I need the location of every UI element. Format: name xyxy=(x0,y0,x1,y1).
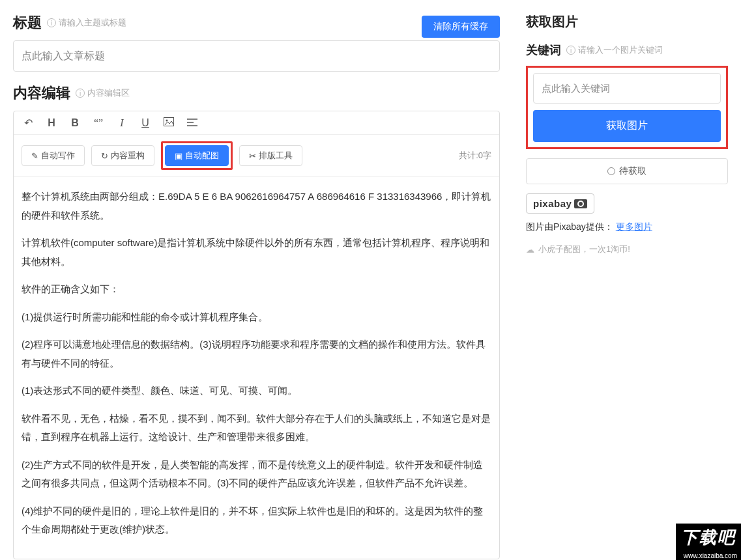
pending-button[interactable]: 待获取 xyxy=(526,158,728,184)
highlight-frame: ▣ 自动配图 xyxy=(161,141,233,170)
keyword-label: 关键词 xyxy=(526,42,561,58)
promo-text: ☁ 小虎子配图，一次1淘币! xyxy=(526,244,728,255)
paragraph: 软件看不见，无色，枯燥，看不见，摸不到，闻不到。软件大部分存在于人们的头脑或纸上… xyxy=(22,410,491,447)
italic-icon[interactable]: I xyxy=(115,117,128,129)
image-credit: 图片由Pixabay提供： 更多图片 xyxy=(526,221,728,233)
article-title-input[interactable] xyxy=(13,40,500,72)
info-icon: i xyxy=(47,18,56,27)
title-header: 标题 i 请输入主题或标题 清除所有缓存 xyxy=(13,13,500,40)
paragraph: (1)表达形式不同的硬件类型、颜色、味道、可见、可摸、可闻。 xyxy=(22,382,491,400)
content-editor[interactable]: 整个计算机系统由两部分组成：E.69DA 5 E 6 BA 9062616964… xyxy=(14,177,499,559)
info-icon: i xyxy=(76,89,85,98)
picture-icon: ▣ xyxy=(175,151,182,161)
paragraph: 软件的正确含义如下： xyxy=(22,280,491,299)
content-hint: i 内容编辑区 xyxy=(76,87,130,99)
align-icon[interactable] xyxy=(186,117,199,129)
paragraph: (1)提供运行时所需功能和性能的命令或计算机程序集合。 xyxy=(22,308,491,327)
circle-icon xyxy=(607,167,615,175)
undo-icon[interactable]: ↶ xyxy=(22,117,35,129)
keyword-input[interactable] xyxy=(533,73,721,104)
camera-icon xyxy=(574,199,587,208)
action-toolbar: ✎ 自动写作 ↻ 内容重构 ▣ 自动配图 ✂ 排版工具 共计:0字 xyxy=(14,135,499,177)
fetch-image-button[interactable]: 获取图片 xyxy=(533,110,721,142)
auto-write-button[interactable]: ✎ 自动写作 xyxy=(22,145,85,166)
bold-icon[interactable]: B xyxy=(68,117,81,129)
pixabay-logo-text: pixabay xyxy=(533,198,572,209)
fetch-image-title: 获取图片 xyxy=(526,13,578,31)
pixabay-badge: pixabay xyxy=(526,193,594,214)
format-toolbar: ↶ H B “” I U xyxy=(14,111,499,135)
watermark: 下载吧 www.xiazaiba.com xyxy=(676,524,741,560)
refresh-icon: ↻ xyxy=(101,151,108,161)
paragraph: 计算机软件(computer software)是指计算机系统中除硬件以外的所有… xyxy=(22,234,491,271)
svg-point-1 xyxy=(166,119,168,121)
heading-icon[interactable]: H xyxy=(45,117,58,129)
paragraph: (2)程序可以满意地处理信息的数据结构。(3)说明程序功能要求和程序需要的文档的… xyxy=(22,335,491,372)
watermark-text: 下载吧 xyxy=(676,524,741,552)
title-hint: i 请输入主题或标题 xyxy=(47,17,126,29)
layout-tool-button[interactable]: ✂ 排版工具 xyxy=(239,145,302,166)
image-icon[interactable] xyxy=(162,117,175,129)
editor-container: ↶ H B “” I U ✎ 自动写作 ↻ xyxy=(13,111,500,559)
more-images-link[interactable]: 更多图片 xyxy=(616,221,652,232)
paragraph: (2)生产方式不同的软件是开发，是人类智能的高发挥，而不是传统意义上的硬件制造。… xyxy=(22,456,491,493)
word-count: 共计:0字 xyxy=(459,150,491,161)
cloud-icon: ☁ xyxy=(526,245,534,255)
scissors-icon: ✂ xyxy=(249,151,256,161)
clear-cache-button[interactable]: 清除所有缓存 xyxy=(422,16,500,38)
keyword-hint: i 请输入一个图片关键词 xyxy=(566,44,663,56)
restructure-button[interactable]: ↻ 内容重构 xyxy=(91,145,154,166)
pencil-icon: ✎ xyxy=(31,151,38,161)
paragraph: 整个计算机系统由两部分组成：E.69DA 5 E 6 BA 9062616964… xyxy=(22,188,491,225)
quote-icon[interactable]: “” xyxy=(92,117,105,129)
auto-image-button[interactable]: ▣ 自动配图 xyxy=(165,145,229,166)
content-label: 内容编辑 xyxy=(13,83,70,103)
watermark-url: www.xiazaiba.com xyxy=(676,552,741,560)
info-icon: i xyxy=(566,46,575,55)
title-label: 标题 xyxy=(13,13,42,33)
paragraph: (4)维护不同的硬件是旧的，理论上软件是旧的，并不坏，但实际上软件也是旧的和坏的… xyxy=(22,502,491,539)
keyword-highlight-frame: 获取图片 xyxy=(526,66,728,149)
underline-icon[interactable]: U xyxy=(139,117,152,129)
